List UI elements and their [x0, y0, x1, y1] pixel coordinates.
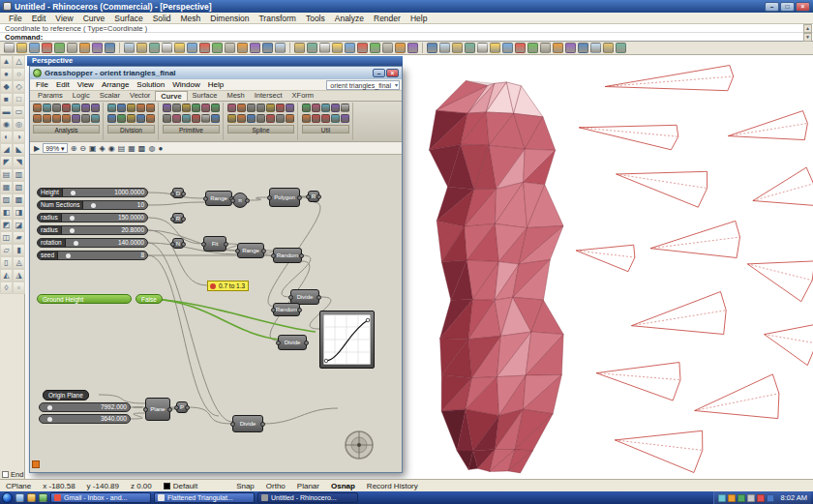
curve-icon[interactable]: [427, 43, 437, 53]
number-slider-radius[interactable]: radius150.0000: [37, 213, 148, 222]
quick-launch-icon[interactable]: [27, 493, 36, 502]
toggle-snap[interactable]: Snap: [236, 482, 255, 490]
planar-icon[interactable]: [357, 43, 368, 53]
component-r[interactable]: R: [172, 213, 184, 223]
copy-object-icon[interactable]: [187, 43, 197, 53]
palette-icon[interactable]: [201, 104, 210, 112]
menu-edit[interactable]: Edit: [27, 14, 51, 23]
zoom-in-icon[interactable]: ⊕: [71, 144, 77, 153]
palette-icon[interactable]: [256, 104, 265, 112]
join-icon[interactable]: [262, 43, 273, 53]
polyline-icon[interactable]: ◆: [0, 80, 13, 93]
palette-icon[interactable]: [266, 104, 275, 112]
move-icon[interactable]: ◫: [0, 231, 13, 244]
palette-group-label[interactable]: Analysis: [33, 125, 100, 133]
palette-icon[interactable]: [33, 114, 42, 123]
trim-icon[interactable]: [237, 43, 248, 53]
surface-icon[interactable]: ◎: [13, 118, 25, 131]
graph-mapper-component[interactable]: [319, 311, 375, 369]
point-icon[interactable]: [502, 43, 513, 53]
join-icon[interactable]: ▧: [13, 181, 25, 193]
palette-icon[interactable]: [117, 114, 126, 123]
curve-icon[interactable]: ●: [0, 68, 13, 80]
rectangle-icon[interactable]: [565, 43, 576, 53]
freeform-icon[interactable]: ◉: [0, 118, 13, 131]
palette-icon[interactable]: [163, 104, 171, 112]
polygon-icon[interactable]: [578, 43, 588, 53]
gh-close-button[interactable]: ×: [386, 69, 399, 77]
canvas-warning-icon[interactable]: [32, 460, 40, 468]
group-icon[interactable]: ◍: [148, 144, 155, 153]
tab-xform[interactable]: XForm: [287, 91, 319, 101]
clock[interactable]: 8:02 AM: [780, 493, 807, 502]
palette-icon[interactable]: [247, 114, 256, 123]
copy-icon[interactable]: [67, 43, 77, 53]
extrude-icon[interactable]: ◐: [0, 131, 13, 143]
component-random[interactable]: Random: [273, 248, 302, 263]
zoom-extents-icon[interactable]: [136, 43, 147, 53]
camera-icon[interactable]: ▤: [118, 144, 126, 153]
array-icon[interactable]: ◬: [13, 256, 25, 269]
toggle-ortho[interactable]: Ortho: [266, 482, 286, 490]
arc-icon[interactable]: □: [13, 93, 25, 105]
scale-icon[interactable]: ▮: [13, 244, 25, 256]
component-random[interactable]: Random: [273, 303, 300, 316]
ground-height-toggle[interactable]: Ground Height: [37, 294, 132, 304]
explode-icon[interactable]: [275, 43, 286, 53]
command-prompt[interactable]: Command:: [0, 33, 813, 42]
tray-icon[interactable]: [747, 494, 755, 502]
slider-knob[interactable]: [66, 253, 71, 258]
number-slider-rotation[interactable]: rotation140.0000: [37, 238, 148, 248]
palette-icon[interactable]: [107, 114, 116, 123]
rotate-icon[interactable]: [199, 43, 210, 53]
palette-icon[interactable]: [52, 104, 61, 112]
ghosted-icon[interactable]: [407, 43, 418, 53]
tray-icon[interactable]: [718, 494, 726, 502]
minimize-button[interactable]: –: [765, 2, 779, 12]
mirror-icon[interactable]: [225, 43, 235, 53]
pointer-icon[interactable]: ▲: [0, 55, 13, 68]
properties-icon[interactable]: [307, 43, 317, 53]
origin-y-slider[interactable]: 3640.000: [39, 414, 131, 424]
wireframe-preview-icon[interactable]: ▦: [128, 144, 136, 153]
slider-knob[interactable]: [70, 216, 75, 221]
palette-icon[interactable]: [211, 104, 220, 112]
shade-icon[interactable]: [382, 43, 393, 53]
cone-icon[interactable]: ▥: [13, 168, 25, 181]
document-selector[interactable]: orient triangles_final: [326, 80, 400, 90]
rotate-icon[interactable]: ▱: [0, 244, 13, 256]
palette-icon[interactable]: [72, 114, 80, 123]
palette-icon[interactable]: [127, 114, 136, 123]
palette-icon[interactable]: [172, 114, 181, 123]
tray-icon[interactable]: [757, 494, 765, 502]
palette-icon[interactable]: [81, 104, 90, 112]
palette-icon[interactable]: [91, 104, 100, 112]
maximize-button[interactable]: □: [780, 2, 795, 12]
slider-knob[interactable]: [74, 241, 78, 246]
loft-icon[interactable]: ◣: [13, 143, 25, 156]
palette-icon[interactable]: [52, 114, 61, 123]
palette-group-label[interactable]: Division: [107, 125, 155, 133]
cut-icon[interactable]: [54, 43, 65, 53]
palette-icon[interactable]: [172, 104, 181, 112]
zoom-icon[interactable]: ▫: [13, 282, 25, 294]
dimension-icon[interactable]: [477, 43, 488, 53]
tray-icon[interactable]: [767, 494, 774, 502]
component-range[interactable]: Range: [237, 243, 264, 258]
number-slider-height[interactable]: Height1000.0000: [37, 188, 148, 197]
gh-menu-edit[interactable]: Edit: [52, 80, 74, 89]
palette-icon[interactable]: [43, 104, 51, 112]
box-icon[interactable]: ◤: [0, 156, 13, 168]
component-n[interactable]: N: [172, 238, 184, 249]
menu-dimension[interactable]: Dimension: [205, 14, 254, 23]
palette-icon[interactable]: [286, 114, 294, 123]
line-icon[interactable]: [515, 43, 526, 53]
cylinder-icon[interactable]: ▤: [0, 168, 13, 181]
palette-icon[interactable]: [286, 104, 294, 112]
palette-icon[interactable]: [302, 114, 311, 123]
taskbar-button[interactable]: Gmail - Inbox - and...: [50, 492, 151, 503]
tab-surface[interactable]: Surface: [188, 91, 223, 101]
palette-icon[interactable]: [182, 114, 191, 123]
command-scrollbar[interactable]: ▲▼: [803, 24, 812, 42]
slider-knob[interactable]: [71, 191, 75, 195]
